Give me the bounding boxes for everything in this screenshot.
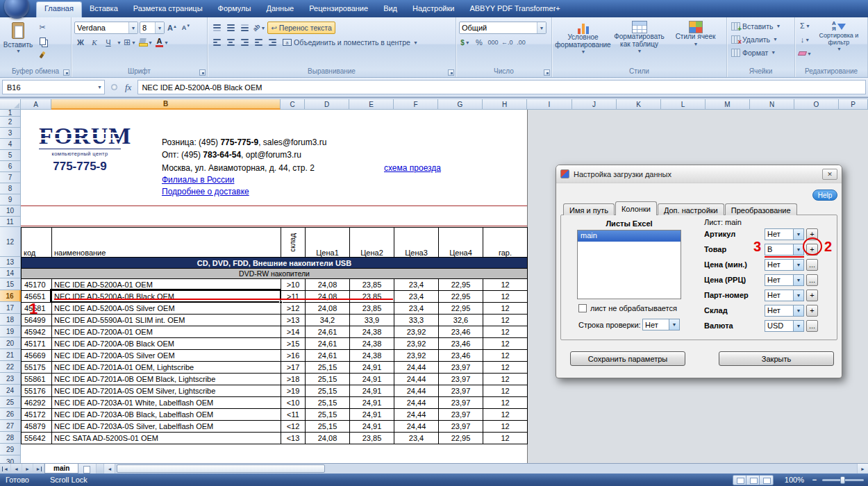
cell[interactable]: >18 [281, 374, 306, 385]
row-header-11[interactable]: 11 [0, 217, 21, 227]
conditional-formatting-button[interactable]: Условное форматирование ▼ [555, 19, 611, 54]
field-combo[interactable]: USD▼ [765, 320, 804, 332]
cell[interactable]: 12 [483, 326, 528, 338]
cell[interactable]: NEC IDE AD-7203A-0B Black, Labelflash OE… [52, 409, 281, 421]
sheets-listbox[interactable]: main [577, 230, 681, 299]
close-button[interactable]: Закрыть [719, 351, 834, 366]
cell[interactable]: 22,95 [439, 279, 483, 291]
borders-button[interactable]: ⊞▼ [123, 36, 137, 49]
cell[interactable]: 12 [483, 409, 528, 421]
cell[interactable]: 24,91 [350, 374, 394, 385]
formula-input[interactable]: NEC IDE AD-5200A-0B Black OEM [137, 80, 866, 94]
column-header-F[interactable]: F [394, 99, 438, 110]
cell[interactable]: 55176 [22, 385, 52, 397]
cell[interactable]: 24,44 [394, 385, 439, 397]
cell[interactable]: 12 [483, 291, 528, 303]
format-as-table-button[interactable]: Форматировать как таблицу ▼ [611, 19, 667, 54]
cell[interactable]: 24,44 [394, 409, 439, 421]
column-header-L[interactable]: L [661, 99, 706, 110]
column-header-N[interactable]: N [750, 99, 794, 110]
ribbon-tab[interactable]: Вставка [82, 1, 126, 17]
cell[interactable]: 24,61 [306, 350, 350, 362]
format-cells-button[interactable]: Формат▼ [730, 46, 792, 59]
cell[interactable]: 12 [483, 385, 528, 397]
cell[interactable]: >17 [281, 362, 306, 374]
column-header-O[interactable]: O [794, 99, 839, 110]
column-header-G[interactable]: G [438, 99, 483, 110]
combo-arrow-icon[interactable]: ▼ [793, 260, 803, 270]
cell[interactable]: 12 [483, 350, 528, 362]
accounting-format-button[interactable]: $▼ [459, 36, 471, 49]
row-header-2[interactable]: 2 [0, 117, 21, 128]
row-header-24[interactable]: 24 [0, 385, 21, 396]
cell[interactable]: 24,08 [306, 279, 350, 291]
align-top-button[interactable] [210, 22, 223, 34]
cell[interactable]: >19 [281, 385, 306, 397]
row-header-7[interactable]: 7 [0, 172, 21, 183]
cell[interactable]: 23,92 [394, 326, 439, 338]
cell[interactable]: NEC IDE AD-7203A-01 White, Labelflash OE… [52, 397, 281, 409]
ribbon-tab[interactable]: Формулы [210, 1, 259, 17]
insert-worksheet-tab[interactable] [78, 464, 97, 474]
row-header-26[interactable]: 26 [0, 408, 21, 420]
row-header-27[interactable]: 27 [0, 420, 21, 432]
price-table-header-cell[interactable]: гар. [483, 228, 528, 258]
skip-sheet-checkbox[interactable] [578, 304, 587, 312]
cell[interactable]: 24,44 [394, 374, 439, 385]
row-header-20[interactable]: 20 [0, 337, 21, 349]
row-header-30[interactable]: 30 [0, 455, 21, 463]
cell[interactable]: 25,15 [306, 421, 350, 433]
column-header-K[interactable]: K [617, 99, 661, 110]
ribbon-tab[interactable]: Вид [376, 1, 405, 17]
cell[interactable]: 24,91 [350, 397, 394, 409]
price-table-header-cell[interactable]: Цена3 [394, 228, 439, 258]
dialog-tab[interactable]: Колонки [615, 201, 657, 215]
price-table-header-cell[interactable]: Цена1 [306, 228, 350, 258]
cell[interactable]: >14 [281, 326, 306, 338]
cell[interactable]: <12 [281, 421, 306, 433]
cell[interactable]: <13 [281, 433, 306, 444]
cell[interactable]: NEC IDE AD-7200A-0S Silver OEM [52, 350, 281, 362]
column-header-M[interactable]: M [706, 99, 750, 110]
cell[interactable]: 45669 [22, 350, 52, 362]
scroll-right-icon[interactable]: ► [857, 464, 868, 474]
cell[interactable]: 24,38 [350, 326, 394, 338]
decrease-decimal-button[interactable]: .00 [515, 36, 528, 49]
price-table-header-cell[interactable]: склад [281, 228, 306, 258]
fill-handle[interactable] [279, 301, 283, 304]
cell[interactable]: 24,91 [350, 409, 394, 421]
format-painter-button[interactable] [36, 49, 49, 61]
cell[interactable]: 25,15 [306, 385, 350, 397]
cell[interactable]: NEC SATA AD-5200S-01 OEM [52, 433, 281, 444]
row-header-18[interactable]: 18 [0, 314, 21, 326]
cell-styles-button[interactable]: Стили ячеек ▼ [667, 19, 724, 54]
ribbon-tab[interactable]: Главная [36, 1, 82, 17]
cell[interactable]: 23,97 [439, 385, 483, 397]
cell[interactable]: 12 [483, 433, 528, 444]
cell[interactable]: 23,92 [394, 350, 439, 362]
combo-arrow-icon[interactable]: ▼ [793, 275, 803, 285]
cell[interactable]: >12 [281, 303, 306, 315]
horizontal-scrollbar[interactable]: ◄ ► [103, 464, 868, 474]
thousands-button[interactable]: 000 [487, 36, 499, 49]
cell[interactable]: 23,46 [439, 338, 483, 350]
clear-button[interactable]: ▼ [798, 47, 812, 60]
first-sheet-button[interactable]: ◄ [0, 464, 11, 474]
branches-link[interactable]: Филиалы в России [162, 175, 234, 185]
cell[interactable]: NEC IDE AD-7201A-01 OEM, Lightscribe [52, 362, 281, 374]
field-combo[interactable]: Нет▼ [765, 305, 804, 317]
check-row-arrow-icon[interactable]: ▼ [669, 319, 679, 330]
cell[interactable]: 12 [483, 315, 528, 326]
ribbon-tab[interactable]: Данные [258, 1, 301, 17]
row-header-21[interactable]: 21 [0, 349, 21, 361]
previous-sheet-button[interactable]: ◄ [11, 464, 22, 474]
cell[interactable]: NEC IDE AD-7200A-01 OEM [52, 326, 281, 338]
price-table-header-cell[interactable]: Цена2 [350, 228, 394, 258]
row-header-3[interactable]: 3 [0, 128, 21, 139]
cell[interactable]: 45170 [22, 279, 52, 291]
cell[interactable]: 25,15 [306, 362, 350, 374]
scroll-left-icon[interactable]: ◄ [104, 464, 115, 474]
cell[interactable]: 24,91 [350, 421, 394, 433]
cell[interactable]: 23,97 [439, 397, 483, 409]
grow-font-button[interactable]: А▲ [166, 22, 178, 34]
